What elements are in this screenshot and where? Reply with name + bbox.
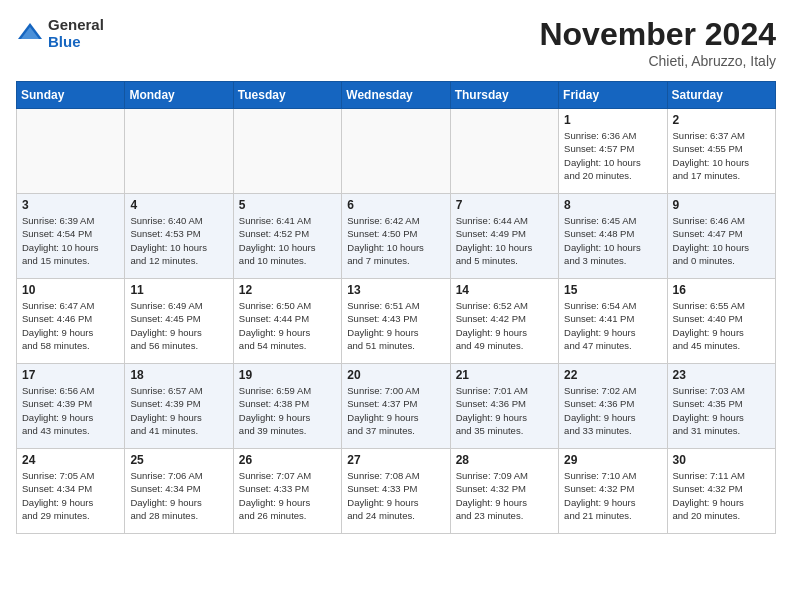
day-info: Sunrise: 7:07 AM Sunset: 4:33 PM Dayligh… xyxy=(239,469,336,522)
calendar-day-cell: 18Sunrise: 6:57 AM Sunset: 4:39 PM Dayli… xyxy=(125,364,233,449)
calendar-day-cell xyxy=(125,109,233,194)
calendar-day-cell: 21Sunrise: 7:01 AM Sunset: 4:36 PM Dayli… xyxy=(450,364,558,449)
day-info: Sunrise: 6:51 AM Sunset: 4:43 PM Dayligh… xyxy=(347,299,444,352)
weekday-header: Wednesday xyxy=(342,82,450,109)
calendar-day-cell: 13Sunrise: 6:51 AM Sunset: 4:43 PM Dayli… xyxy=(342,279,450,364)
day-number: 24 xyxy=(22,453,119,467)
day-info: Sunrise: 6:49 AM Sunset: 4:45 PM Dayligh… xyxy=(130,299,227,352)
day-info: Sunrise: 6:42 AM Sunset: 4:50 PM Dayligh… xyxy=(347,214,444,267)
weekday-header: Tuesday xyxy=(233,82,341,109)
calendar-day-cell xyxy=(342,109,450,194)
day-number: 29 xyxy=(564,453,661,467)
calendar-day-cell: 12Sunrise: 6:50 AM Sunset: 4:44 PM Dayli… xyxy=(233,279,341,364)
calendar-day-cell: 10Sunrise: 6:47 AM Sunset: 4:46 PM Dayli… xyxy=(17,279,125,364)
logo-icon xyxy=(16,19,44,47)
day-info: Sunrise: 6:41 AM Sunset: 4:52 PM Dayligh… xyxy=(239,214,336,267)
day-info: Sunrise: 6:57 AM Sunset: 4:39 PM Dayligh… xyxy=(130,384,227,437)
day-number: 11 xyxy=(130,283,227,297)
day-info: Sunrise: 7:08 AM Sunset: 4:33 PM Dayligh… xyxy=(347,469,444,522)
day-info: Sunrise: 7:06 AM Sunset: 4:34 PM Dayligh… xyxy=(130,469,227,522)
day-info: Sunrise: 7:09 AM Sunset: 4:32 PM Dayligh… xyxy=(456,469,553,522)
day-number: 9 xyxy=(673,198,770,212)
calendar-week-row: 24Sunrise: 7:05 AM Sunset: 4:34 PM Dayli… xyxy=(17,449,776,534)
day-number: 7 xyxy=(456,198,553,212)
day-number: 3 xyxy=(22,198,119,212)
day-info: Sunrise: 6:39 AM Sunset: 4:54 PM Dayligh… xyxy=(22,214,119,267)
day-number: 20 xyxy=(347,368,444,382)
calendar-day-cell: 29Sunrise: 7:10 AM Sunset: 4:32 PM Dayli… xyxy=(559,449,667,534)
calendar-day-cell: 17Sunrise: 6:56 AM Sunset: 4:39 PM Dayli… xyxy=(17,364,125,449)
calendar-week-row: 1Sunrise: 6:36 AM Sunset: 4:57 PM Daylig… xyxy=(17,109,776,194)
calendar-day-cell: 19Sunrise: 6:59 AM Sunset: 4:38 PM Dayli… xyxy=(233,364,341,449)
day-info: Sunrise: 6:59 AM Sunset: 4:38 PM Dayligh… xyxy=(239,384,336,437)
logo: General Blue xyxy=(16,16,104,50)
day-number: 30 xyxy=(673,453,770,467)
calendar-day-cell xyxy=(450,109,558,194)
day-number: 6 xyxy=(347,198,444,212)
day-number: 21 xyxy=(456,368,553,382)
weekday-header: Saturday xyxy=(667,82,775,109)
day-info: Sunrise: 7:10 AM Sunset: 4:32 PM Dayligh… xyxy=(564,469,661,522)
day-info: Sunrise: 7:00 AM Sunset: 4:37 PM Dayligh… xyxy=(347,384,444,437)
day-number: 18 xyxy=(130,368,227,382)
calendar-day-cell xyxy=(233,109,341,194)
day-number: 19 xyxy=(239,368,336,382)
day-number: 28 xyxy=(456,453,553,467)
day-info: Sunrise: 6:36 AM Sunset: 4:57 PM Dayligh… xyxy=(564,129,661,182)
calendar-day-cell: 1Sunrise: 6:36 AM Sunset: 4:57 PM Daylig… xyxy=(559,109,667,194)
calendar-day-cell: 14Sunrise: 6:52 AM Sunset: 4:42 PM Dayli… xyxy=(450,279,558,364)
day-number: 15 xyxy=(564,283,661,297)
day-info: Sunrise: 6:56 AM Sunset: 4:39 PM Dayligh… xyxy=(22,384,119,437)
day-number: 22 xyxy=(564,368,661,382)
day-number: 1 xyxy=(564,113,661,127)
day-number: 25 xyxy=(130,453,227,467)
day-number: 14 xyxy=(456,283,553,297)
calendar-day-cell: 28Sunrise: 7:09 AM Sunset: 4:32 PM Dayli… xyxy=(450,449,558,534)
calendar-day-cell: 20Sunrise: 7:00 AM Sunset: 4:37 PM Dayli… xyxy=(342,364,450,449)
day-number: 4 xyxy=(130,198,227,212)
calendar-day-cell: 3Sunrise: 6:39 AM Sunset: 4:54 PM Daylig… xyxy=(17,194,125,279)
calendar-day-cell: 30Sunrise: 7:11 AM Sunset: 4:32 PM Dayli… xyxy=(667,449,775,534)
calendar-week-row: 10Sunrise: 6:47 AM Sunset: 4:46 PM Dayli… xyxy=(17,279,776,364)
calendar-day-cell: 2Sunrise: 6:37 AM Sunset: 4:55 PM Daylig… xyxy=(667,109,775,194)
calendar-week-row: 17Sunrise: 6:56 AM Sunset: 4:39 PM Dayli… xyxy=(17,364,776,449)
calendar-header-row: SundayMondayTuesdayWednesdayThursdayFrid… xyxy=(17,82,776,109)
weekday-header: Friday xyxy=(559,82,667,109)
day-info: Sunrise: 6:54 AM Sunset: 4:41 PM Dayligh… xyxy=(564,299,661,352)
day-info: Sunrise: 6:37 AM Sunset: 4:55 PM Dayligh… xyxy=(673,129,770,182)
day-info: Sunrise: 7:03 AM Sunset: 4:35 PM Dayligh… xyxy=(673,384,770,437)
calendar-week-row: 3Sunrise: 6:39 AM Sunset: 4:54 PM Daylig… xyxy=(17,194,776,279)
day-info: Sunrise: 6:45 AM Sunset: 4:48 PM Dayligh… xyxy=(564,214,661,267)
calendar-day-cell: 4Sunrise: 6:40 AM Sunset: 4:53 PM Daylig… xyxy=(125,194,233,279)
day-info: Sunrise: 6:46 AM Sunset: 4:47 PM Dayligh… xyxy=(673,214,770,267)
weekday-header: Monday xyxy=(125,82,233,109)
calendar-day-cell: 11Sunrise: 6:49 AM Sunset: 4:45 PM Dayli… xyxy=(125,279,233,364)
month-title: November 2024 xyxy=(539,16,776,53)
calendar-table: SundayMondayTuesdayWednesdayThursdayFrid… xyxy=(16,81,776,534)
calendar-day-cell: 16Sunrise: 6:55 AM Sunset: 4:40 PM Dayli… xyxy=(667,279,775,364)
day-number: 5 xyxy=(239,198,336,212)
weekday-header: Sunday xyxy=(17,82,125,109)
calendar-day-cell xyxy=(17,109,125,194)
logo-blue: Blue xyxy=(48,33,104,50)
calendar-day-cell: 27Sunrise: 7:08 AM Sunset: 4:33 PM Dayli… xyxy=(342,449,450,534)
day-info: Sunrise: 7:11 AM Sunset: 4:32 PM Dayligh… xyxy=(673,469,770,522)
day-number: 8 xyxy=(564,198,661,212)
logo-general: General xyxy=(48,16,104,33)
day-number: 10 xyxy=(22,283,119,297)
day-number: 17 xyxy=(22,368,119,382)
day-info: Sunrise: 6:44 AM Sunset: 4:49 PM Dayligh… xyxy=(456,214,553,267)
day-info: Sunrise: 6:52 AM Sunset: 4:42 PM Dayligh… xyxy=(456,299,553,352)
calendar-day-cell: 7Sunrise: 6:44 AM Sunset: 4:49 PM Daylig… xyxy=(450,194,558,279)
day-info: Sunrise: 7:05 AM Sunset: 4:34 PM Dayligh… xyxy=(22,469,119,522)
day-info: Sunrise: 7:02 AM Sunset: 4:36 PM Dayligh… xyxy=(564,384,661,437)
calendar-day-cell: 6Sunrise: 6:42 AM Sunset: 4:50 PM Daylig… xyxy=(342,194,450,279)
day-number: 26 xyxy=(239,453,336,467)
weekday-header: Thursday xyxy=(450,82,558,109)
calendar-day-cell: 8Sunrise: 6:45 AM Sunset: 4:48 PM Daylig… xyxy=(559,194,667,279)
calendar-day-cell: 5Sunrise: 6:41 AM Sunset: 4:52 PM Daylig… xyxy=(233,194,341,279)
location: Chieti, Abruzzo, Italy xyxy=(539,53,776,69)
day-info: Sunrise: 6:47 AM Sunset: 4:46 PM Dayligh… xyxy=(22,299,119,352)
day-number: 27 xyxy=(347,453,444,467)
day-info: Sunrise: 7:01 AM Sunset: 4:36 PM Dayligh… xyxy=(456,384,553,437)
